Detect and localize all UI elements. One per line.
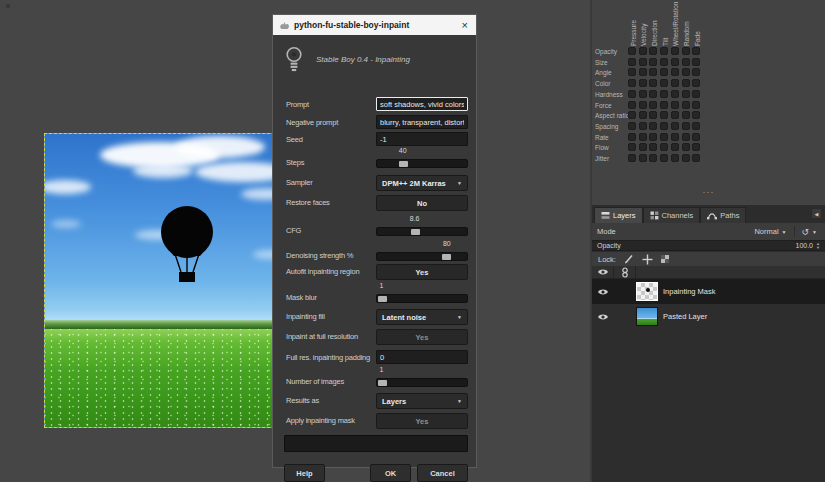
dynamics-checkbox[interactable] <box>660 122 668 130</box>
full-resolution-toggle[interactable]: Yes <box>376 329 468 345</box>
help-button[interactable]: Help <box>284 464 325 482</box>
dynamics-checkbox[interactable] <box>628 154 636 162</box>
tab-paths[interactable]: Paths <box>700 207 746 223</box>
dynamics-checkbox[interactable] <box>639 47 647 55</box>
lock-position-icon[interactable] <box>642 254 653 265</box>
dynamics-checkbox[interactable] <box>692 101 700 109</box>
cancel-button[interactable]: Cancel <box>417 464 468 482</box>
dynamics-checkbox[interactable] <box>671 101 679 109</box>
dynamics-checkbox[interactable] <box>660 101 668 109</box>
dynamics-checkbox[interactable] <box>682 79 690 87</box>
dynamics-checkbox[interactable] <box>628 101 636 109</box>
dynamics-checkbox[interactable] <box>682 143 690 151</box>
dynamics-checkbox[interactable] <box>671 90 679 98</box>
layer-visibility-toggle[interactable] <box>592 313 614 321</box>
results-as-select[interactable]: Layers ▼ <box>376 393 468 409</box>
dynamics-checkbox[interactable] <box>682 47 690 55</box>
dynamics-checkbox[interactable] <box>628 111 636 119</box>
slider-handle[interactable] <box>442 254 451 260</box>
dynamics-checkbox[interactable] <box>692 47 700 55</box>
dynamics-checkbox[interactable] <box>682 90 690 98</box>
dynamics-checkbox[interactable] <box>639 68 647 76</box>
inpainting-fill-select[interactable]: Latent noise ▼ <box>376 309 468 325</box>
denoising-strength-slider[interactable] <box>376 252 468 261</box>
tab-layers[interactable]: Layers <box>594 207 643 223</box>
dynamics-checkbox[interactable] <box>628 90 636 98</box>
cfg-slider[interactable] <box>376 227 468 236</box>
dynamics-checkbox[interactable] <box>671 143 679 151</box>
visibility-column-header[interactable] <box>592 266 614 279</box>
ok-button[interactable]: OK <box>370 464 411 482</box>
dynamics-checkbox[interactable] <box>628 58 636 66</box>
dynamics-checkbox[interactable] <box>639 90 647 98</box>
dynamics-checkbox[interactable] <box>649 68 657 76</box>
opacity-slider[interactable]: Opacity 100.0 ▲ ▼ <box>592 240 825 251</box>
layer-thumbnail-pasted[interactable] <box>636 307 658 326</box>
slider-handle[interactable] <box>399 161 408 167</box>
dynamics-checkbox[interactable] <box>628 143 636 151</box>
blend-space-select[interactable]: ↺ ▼ <box>799 227 821 237</box>
close-icon[interactable]: × <box>460 20 470 31</box>
dynamics-checkbox[interactable] <box>649 79 657 87</box>
dynamics-checkbox[interactable] <box>671 68 679 76</box>
dynamics-checkbox[interactable] <box>639 122 647 130</box>
dynamics-checkbox[interactable] <box>692 122 700 130</box>
sampler-select[interactable]: DPM++ 2M Karras ▼ <box>376 175 468 191</box>
dynamics-checkbox[interactable] <box>671 47 679 55</box>
dynamics-checkbox[interactable] <box>671 122 679 130</box>
dynamics-checkbox[interactable] <box>639 101 647 109</box>
dock-resize-handle[interactable]: ··· <box>592 188 825 197</box>
layer-row-inpainting-mask[interactable]: Inpainting Mask <box>592 279 825 304</box>
dynamics-checkbox[interactable] <box>682 154 690 162</box>
negative-prompt-input[interactable] <box>376 115 468 129</box>
dynamics-checkbox[interactable] <box>649 111 657 119</box>
dialog-titlebar[interactable]: python-fu-stable-boy-inpaint × <box>273 15 476 35</box>
dynamics-checkbox[interactable] <box>660 143 668 151</box>
dynamics-checkbox[interactable] <box>671 79 679 87</box>
layer-row-pasted-layer[interactable]: Pasted Layer <box>592 304 825 329</box>
slider-handle[interactable] <box>411 229 420 235</box>
slider-handle[interactable] <box>378 380 387 386</box>
dynamics-checkbox[interactable] <box>649 143 657 151</box>
padding-input[interactable] <box>376 350 468 364</box>
dynamics-checkbox[interactable] <box>628 133 636 141</box>
layer-thumbnail-mask[interactable] <box>636 282 658 301</box>
dynamics-checkbox[interactable] <box>671 58 679 66</box>
dynamics-checkbox[interactable] <box>660 133 668 141</box>
dynamics-checkbox[interactable] <box>682 68 690 76</box>
dynamics-checkbox[interactable] <box>671 111 679 119</box>
dock-menu-button[interactable]: ◀ <box>811 208 822 219</box>
dynamics-checkbox[interactable] <box>692 58 700 66</box>
layer-visibility-toggle[interactable] <box>592 288 614 296</box>
dynamics-checkbox[interactable] <box>649 58 657 66</box>
autofit-region-toggle[interactable]: Yes <box>376 264 468 280</box>
dynamics-checkbox[interactable] <box>692 143 700 151</box>
dynamics-checkbox[interactable] <box>671 154 679 162</box>
dynamics-checkbox[interactable] <box>649 101 657 109</box>
dynamics-checkbox[interactable] <box>692 154 700 162</box>
dynamics-checkbox[interactable] <box>649 122 657 130</box>
dynamics-checkbox[interactable] <box>682 122 690 130</box>
dynamics-checkbox[interactable] <box>660 154 668 162</box>
tab-channels[interactable]: Channels <box>643 207 701 223</box>
layer-name[interactable]: Inpainting Mask <box>663 287 716 296</box>
slider-handle[interactable] <box>378 296 387 302</box>
opacity-spinner[interactable]: ▲ ▼ <box>816 242 820 249</box>
apply-mask-toggle[interactable]: Yes <box>376 413 468 429</box>
dynamics-checkbox[interactable] <box>682 111 690 119</box>
prompt-input[interactable] <box>376 97 468 111</box>
restore-faces-toggle[interactable]: No <box>376 195 468 211</box>
dynamics-checkbox[interactable] <box>660 90 668 98</box>
dynamics-checkbox[interactable] <box>682 101 690 109</box>
dynamics-checkbox[interactable] <box>639 154 647 162</box>
dynamics-checkbox[interactable] <box>639 79 647 87</box>
dynamics-checkbox[interactable] <box>660 68 668 76</box>
lock-alpha-icon[interactable] <box>661 255 669 263</box>
dynamics-checkbox[interactable] <box>692 111 700 119</box>
dynamics-checkbox[interactable] <box>660 111 668 119</box>
dynamics-checkbox[interactable] <box>628 68 636 76</box>
dynamics-checkbox[interactable] <box>692 79 700 87</box>
dynamics-checkbox[interactable] <box>628 47 636 55</box>
dynamics-checkbox[interactable] <box>692 90 700 98</box>
lock-pixels-icon[interactable] <box>624 254 634 264</box>
